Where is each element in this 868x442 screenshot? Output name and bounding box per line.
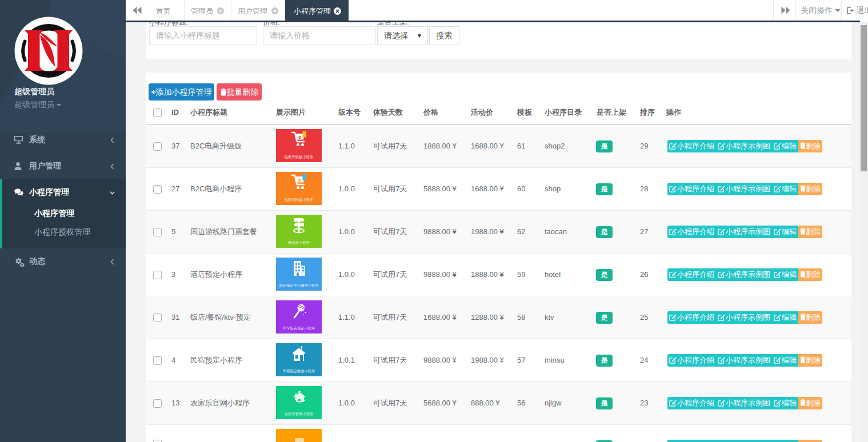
svg-text:e: e xyxy=(298,176,301,183)
svg-text:e: e xyxy=(298,133,301,140)
